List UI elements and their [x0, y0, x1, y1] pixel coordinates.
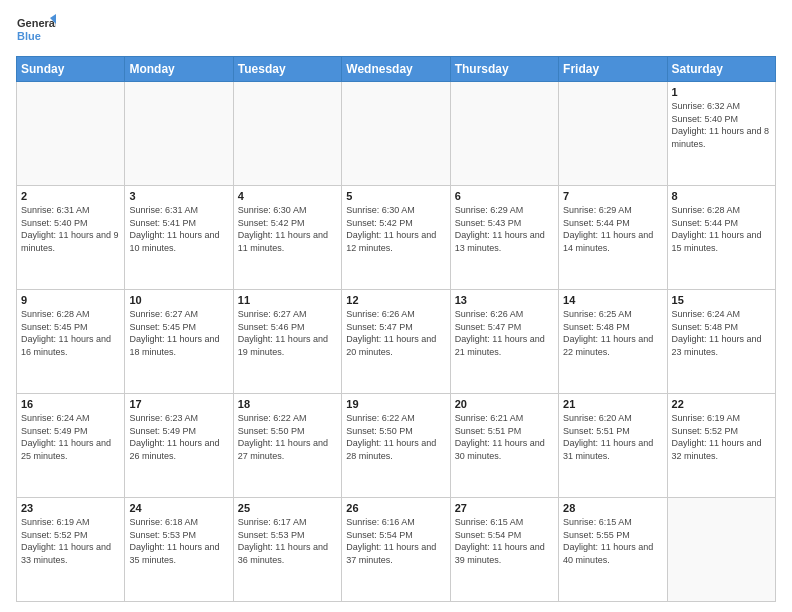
day-number: 7 — [563, 190, 662, 202]
calendar-cell: 23Sunrise: 6:19 AM Sunset: 5:52 PM Dayli… — [17, 498, 125, 602]
calendar-cell: 20Sunrise: 6:21 AM Sunset: 5:51 PM Dayli… — [450, 394, 558, 498]
day-info: Sunrise: 6:29 AM Sunset: 5:43 PM Dayligh… — [455, 204, 554, 254]
calendar-cell: 24Sunrise: 6:18 AM Sunset: 5:53 PM Dayli… — [125, 498, 233, 602]
day-number: 4 — [238, 190, 337, 202]
day-number: 20 — [455, 398, 554, 410]
day-info: Sunrise: 6:17 AM Sunset: 5:53 PM Dayligh… — [238, 516, 337, 566]
day-number: 23 — [21, 502, 120, 514]
calendar-cell: 2Sunrise: 6:31 AM Sunset: 5:40 PM Daylig… — [17, 186, 125, 290]
day-info: Sunrise: 6:25 AM Sunset: 5:48 PM Dayligh… — [563, 308, 662, 358]
day-info: Sunrise: 6:18 AM Sunset: 5:53 PM Dayligh… — [129, 516, 228, 566]
day-header-wednesday: Wednesday — [342, 57, 450, 82]
calendar-week-2: 2Sunrise: 6:31 AM Sunset: 5:40 PM Daylig… — [17, 186, 776, 290]
day-number: 19 — [346, 398, 445, 410]
calendar-week-3: 9Sunrise: 6:28 AM Sunset: 5:45 PM Daylig… — [17, 290, 776, 394]
calendar-week-4: 16Sunrise: 6:24 AM Sunset: 5:49 PM Dayli… — [17, 394, 776, 498]
day-header-tuesday: Tuesday — [233, 57, 341, 82]
day-info: Sunrise: 6:24 AM Sunset: 5:48 PM Dayligh… — [672, 308, 771, 358]
calendar-cell: 12Sunrise: 6:26 AM Sunset: 5:47 PM Dayli… — [342, 290, 450, 394]
calendar-cell — [125, 82, 233, 186]
calendar-cell: 17Sunrise: 6:23 AM Sunset: 5:49 PM Dayli… — [125, 394, 233, 498]
day-info: Sunrise: 6:26 AM Sunset: 5:47 PM Dayligh… — [346, 308, 445, 358]
calendar-cell: 13Sunrise: 6:26 AM Sunset: 5:47 PM Dayli… — [450, 290, 558, 394]
day-info: Sunrise: 6:32 AM Sunset: 5:40 PM Dayligh… — [672, 100, 771, 150]
day-number: 24 — [129, 502, 228, 514]
calendar-cell: 18Sunrise: 6:22 AM Sunset: 5:50 PM Dayli… — [233, 394, 341, 498]
day-info: Sunrise: 6:28 AM Sunset: 5:45 PM Dayligh… — [21, 308, 120, 358]
day-number: 17 — [129, 398, 228, 410]
calendar-week-5: 23Sunrise: 6:19 AM Sunset: 5:52 PM Dayli… — [17, 498, 776, 602]
day-number: 28 — [563, 502, 662, 514]
calendar-cell: 4Sunrise: 6:30 AM Sunset: 5:42 PM Daylig… — [233, 186, 341, 290]
calendar-cell — [17, 82, 125, 186]
day-info: Sunrise: 6:27 AM Sunset: 5:46 PM Dayligh… — [238, 308, 337, 358]
day-number: 8 — [672, 190, 771, 202]
calendar-cell — [233, 82, 341, 186]
calendar-cell: 15Sunrise: 6:24 AM Sunset: 5:48 PM Dayli… — [667, 290, 775, 394]
calendar-table: SundayMondayTuesdayWednesdayThursdayFrid… — [16, 56, 776, 602]
day-info: Sunrise: 6:28 AM Sunset: 5:44 PM Dayligh… — [672, 204, 771, 254]
day-header-sunday: Sunday — [17, 57, 125, 82]
calendar-cell: 3Sunrise: 6:31 AM Sunset: 5:41 PM Daylig… — [125, 186, 233, 290]
calendar-header-row: SundayMondayTuesdayWednesdayThursdayFrid… — [17, 57, 776, 82]
calendar-cell: 28Sunrise: 6:15 AM Sunset: 5:55 PM Dayli… — [559, 498, 667, 602]
calendar-cell: 16Sunrise: 6:24 AM Sunset: 5:49 PM Dayli… — [17, 394, 125, 498]
calendar-cell: 25Sunrise: 6:17 AM Sunset: 5:53 PM Dayli… — [233, 498, 341, 602]
day-number: 6 — [455, 190, 554, 202]
day-number: 12 — [346, 294, 445, 306]
calendar-cell: 22Sunrise: 6:19 AM Sunset: 5:52 PM Dayli… — [667, 394, 775, 498]
header: General Blue — [16, 12, 776, 48]
day-number: 5 — [346, 190, 445, 202]
calendar-cell: 27Sunrise: 6:15 AM Sunset: 5:54 PM Dayli… — [450, 498, 558, 602]
day-info: Sunrise: 6:19 AM Sunset: 5:52 PM Dayligh… — [21, 516, 120, 566]
calendar-cell — [450, 82, 558, 186]
day-number: 15 — [672, 294, 771, 306]
calendar-cell — [342, 82, 450, 186]
day-info: Sunrise: 6:31 AM Sunset: 5:41 PM Dayligh… — [129, 204, 228, 254]
day-info: Sunrise: 6:20 AM Sunset: 5:51 PM Dayligh… — [563, 412, 662, 462]
calendar-cell: 5Sunrise: 6:30 AM Sunset: 5:42 PM Daylig… — [342, 186, 450, 290]
day-info: Sunrise: 6:21 AM Sunset: 5:51 PM Dayligh… — [455, 412, 554, 462]
day-number: 3 — [129, 190, 228, 202]
page: General Blue SundayMondayTuesdayWednesda… — [0, 0, 792, 612]
day-number: 2 — [21, 190, 120, 202]
day-number: 16 — [21, 398, 120, 410]
day-info: Sunrise: 6:22 AM Sunset: 5:50 PM Dayligh… — [346, 412, 445, 462]
day-number: 25 — [238, 502, 337, 514]
day-number: 1 — [672, 86, 771, 98]
calendar-cell: 14Sunrise: 6:25 AM Sunset: 5:48 PM Dayli… — [559, 290, 667, 394]
day-number: 21 — [563, 398, 662, 410]
day-info: Sunrise: 6:30 AM Sunset: 5:42 PM Dayligh… — [238, 204, 337, 254]
calendar-cell: 8Sunrise: 6:28 AM Sunset: 5:44 PM Daylig… — [667, 186, 775, 290]
day-number: 18 — [238, 398, 337, 410]
day-info: Sunrise: 6:30 AM Sunset: 5:42 PM Dayligh… — [346, 204, 445, 254]
day-number: 26 — [346, 502, 445, 514]
calendar-cell: 21Sunrise: 6:20 AM Sunset: 5:51 PM Dayli… — [559, 394, 667, 498]
day-info: Sunrise: 6:29 AM Sunset: 5:44 PM Dayligh… — [563, 204, 662, 254]
day-info: Sunrise: 6:26 AM Sunset: 5:47 PM Dayligh… — [455, 308, 554, 358]
day-info: Sunrise: 6:24 AM Sunset: 5:49 PM Dayligh… — [21, 412, 120, 462]
svg-text:General: General — [17, 17, 56, 29]
day-info: Sunrise: 6:31 AM Sunset: 5:40 PM Dayligh… — [21, 204, 120, 254]
day-header-saturday: Saturday — [667, 57, 775, 82]
day-number: 27 — [455, 502, 554, 514]
calendar-cell: 19Sunrise: 6:22 AM Sunset: 5:50 PM Dayli… — [342, 394, 450, 498]
calendar-cell: 11Sunrise: 6:27 AM Sunset: 5:46 PM Dayli… — [233, 290, 341, 394]
day-info: Sunrise: 6:15 AM Sunset: 5:55 PM Dayligh… — [563, 516, 662, 566]
day-info: Sunrise: 6:19 AM Sunset: 5:52 PM Dayligh… — [672, 412, 771, 462]
calendar-week-1: 1Sunrise: 6:32 AM Sunset: 5:40 PM Daylig… — [17, 82, 776, 186]
day-info: Sunrise: 6:15 AM Sunset: 5:54 PM Dayligh… — [455, 516, 554, 566]
svg-text:Blue: Blue — [17, 30, 41, 42]
day-header-thursday: Thursday — [450, 57, 558, 82]
logo: General Blue — [16, 12, 56, 48]
calendar-cell: 26Sunrise: 6:16 AM Sunset: 5:54 PM Dayli… — [342, 498, 450, 602]
calendar-cell: 6Sunrise: 6:29 AM Sunset: 5:43 PM Daylig… — [450, 186, 558, 290]
calendar-cell — [559, 82, 667, 186]
day-info: Sunrise: 6:27 AM Sunset: 5:45 PM Dayligh… — [129, 308, 228, 358]
calendar-cell: 7Sunrise: 6:29 AM Sunset: 5:44 PM Daylig… — [559, 186, 667, 290]
day-info: Sunrise: 6:23 AM Sunset: 5:49 PM Dayligh… — [129, 412, 228, 462]
day-info: Sunrise: 6:16 AM Sunset: 5:54 PM Dayligh… — [346, 516, 445, 566]
day-number: 14 — [563, 294, 662, 306]
day-number: 10 — [129, 294, 228, 306]
logo-svg: General Blue — [16, 12, 56, 48]
